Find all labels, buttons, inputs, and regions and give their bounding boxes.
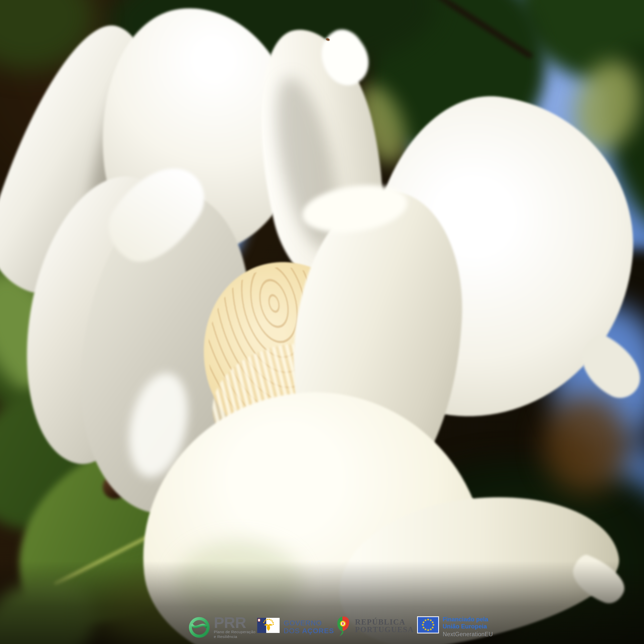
republic-line2: PORTUGUESA bbox=[355, 626, 414, 633]
prr-logo: PRR Plano de Recuperação e Resiliência bbox=[188, 616, 256, 639]
eu-logo-text: Financiado pela União Europeia NextGener… bbox=[443, 616, 493, 637]
eu-line3: NextGenerationEU bbox=[443, 631, 493, 637]
azores-logo-text: GOVERNO DOS AÇORES bbox=[284, 618, 334, 635]
photo-magnolia-scene: PRR Plano de Recuperação e Resiliência bbox=[0, 0, 644, 644]
portuguese-republic-logo: REPÚBLICA PORTUGUESA bbox=[336, 616, 414, 636]
azores-line2: DOS AÇORES bbox=[284, 627, 334, 635]
republic-logo-text: REPÚBLICA PORTUGUESA bbox=[355, 616, 414, 633]
eu-funding-logo: ★★★★★★★★★★★★ Financiado pela União Europ… bbox=[417, 616, 493, 637]
prr-tagline-line1: Plano de Recuperação bbox=[214, 629, 256, 634]
prr-acronym: PRR bbox=[214, 616, 256, 629]
azores-line1: GOVERNO bbox=[284, 619, 334, 627]
eu-line2: União Europeia bbox=[443, 623, 493, 630]
prr-logo-icon bbox=[188, 616, 210, 638]
eu-line1: Financiado pela bbox=[443, 616, 493, 623]
prr-logo-text: PRR Plano de Recuperação e Resiliência bbox=[214, 616, 256, 639]
azores-line2-regular: DOS bbox=[284, 627, 300, 635]
azores-line2-bold: AÇORES bbox=[302, 627, 334, 635]
eu-flag-icon: ★★★★★★★★★★★★ bbox=[417, 616, 439, 633]
funding-logos-bar: PRR Plano de Recuperação e Resiliência bbox=[0, 0, 644, 644]
azores-government-logo: GOVERNO DOS AÇORES bbox=[257, 618, 334, 635]
azores-flag-icon bbox=[257, 618, 280, 633]
republic-line1: REPÚBLICA bbox=[355, 618, 414, 626]
prr-tagline-line2: e Resiliência bbox=[214, 634, 256, 639]
portugal-flag-icon bbox=[336, 616, 349, 636]
